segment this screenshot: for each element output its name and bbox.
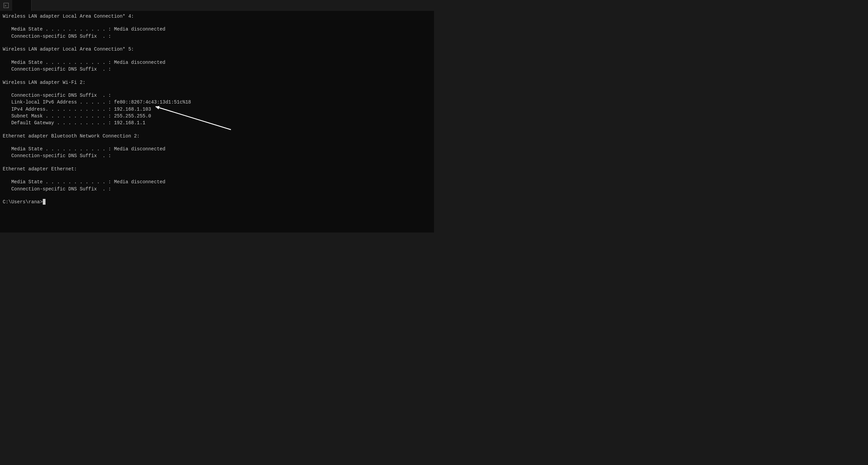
terminal-line: Wireless LAN adapter Local Area Connecti… (3, 46, 431, 53)
terminal-line: Wireless LAN adapter Wi-Fi 2: (3, 79, 431, 86)
terminal-line: Connection-specific DNS Suffix . : (3, 186, 431, 192)
terminal-line (3, 192, 431, 199)
terminal-line: Wireless LAN adapter Local Area Connecti… (3, 13, 431, 20)
new-tab-button[interactable] (32, 0, 42, 11)
tab-close-button[interactable] (20, 3, 26, 8)
terminal-line: Connection-specific DNS Suffix . : (3, 92, 431, 99)
terminal-line (3, 172, 431, 179)
minimize-button[interactable] (384, 0, 400, 11)
terminal-line: IPv4 Address. . . . . . . . . . . : 192.… (3, 106, 431, 113)
terminal-line: Link-local IPv6 Address . . . . . : fe80… (3, 99, 431, 106)
terminal-line: Media State . . . . . . . . . . . : Medi… (3, 26, 431, 33)
titlebar: >_ (0, 0, 434, 11)
terminal-line: Connection-specific DNS Suffix . : (3, 66, 431, 73)
terminal-line (3, 160, 431, 166)
terminal-line: Subnet Mask . . . . . . . . . . . : 255.… (3, 113, 431, 119)
app-icon: >_ (3, 2, 10, 9)
terminal-line (3, 86, 431, 92)
restore-button[interactable] (400, 0, 416, 11)
terminal-line: Ethernet adapter Bluetooth Network Conne… (3, 133, 431, 140)
terminal-line: Media State . . . . . . . . . . . : Medi… (3, 59, 431, 66)
svg-text:>_: >_ (4, 4, 9, 8)
terminal-line (3, 40, 431, 46)
terminal-window: >_ Wireless LAN adapter Local Area Conne… (0, 0, 434, 232)
terminal-line (3, 73, 431, 79)
terminal-line: C:\Users\rana> (3, 199, 431, 205)
terminal-line (3, 20, 431, 26)
terminal-line (3, 127, 431, 133)
cursor (43, 199, 46, 205)
terminal-line: Connection-specific DNS Suffix . : (3, 33, 431, 40)
terminal-line: Media State . . . . . . . . . . . : Medi… (3, 179, 431, 185)
terminal-line (3, 140, 431, 146)
terminal-line: Default Gateway . . . . . . . . . : 192.… (3, 119, 431, 126)
close-button[interactable] (416, 0, 431, 11)
terminal-line (3, 53, 431, 59)
window-controls (384, 0, 431, 11)
tab-dropdown-button[interactable] (42, 0, 51, 11)
terminal-line: Media State . . . . . . . . . . . : Medi… (3, 146, 431, 152)
terminal-line: Ethernet adapter Ethernet: (3, 166, 431, 172)
terminal-output[interactable]: Wireless LAN adapter Local Area Connecti… (0, 11, 434, 232)
terminal-line: Connection-specific DNS Suffix . : (3, 152, 431, 159)
tab-command-prompt[interactable] (12, 0, 32, 11)
